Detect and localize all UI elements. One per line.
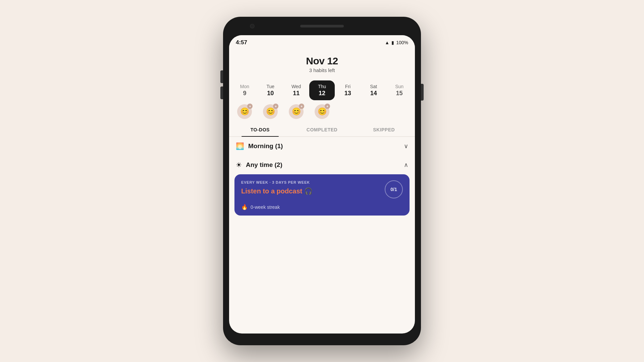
phone-shell: 4:57 ▲ ▮ 100% Nov 12 3 habits left Mon9T… bbox=[223, 17, 421, 345]
left-buttons bbox=[220, 70, 223, 99]
habit-card-left: EVERY WEEK · 3 DAYS PER WEEK Listen to a… bbox=[241, 180, 313, 195]
day-cell-sat[interactable]: Sat14 bbox=[361, 80, 386, 100]
tab-completed[interactable]: COMPLETED bbox=[291, 123, 353, 136]
day-name: Fri bbox=[345, 84, 351, 89]
volume-down-button[interactable] bbox=[220, 86, 223, 99]
battery-icon: ▮ bbox=[391, 40, 394, 45]
day-cell-tue[interactable]: Tue10 bbox=[258, 80, 283, 100]
habit-card-top: EVERY WEEK · 3 DAYS PER WEEK Listen to a… bbox=[241, 180, 403, 198]
wifi-icon: ▲ bbox=[385, 40, 389, 45]
day-name: Wed bbox=[291, 84, 301, 89]
app-date: Nov 12 bbox=[229, 55, 415, 67]
emoji-plus-icon: + bbox=[325, 104, 330, 109]
emoji-plus-icon: + bbox=[273, 104, 278, 109]
day-num: 13 bbox=[344, 90, 351, 97]
day-num: 14 bbox=[370, 90, 377, 97]
emoji-row: 😊+😊+😊+😊+ bbox=[229, 103, 415, 122]
morning-chevron: ∨ bbox=[404, 142, 408, 150]
day-cell-sun[interactable]: Sun15 bbox=[386, 80, 412, 100]
habit-progress-ring: 0/1 bbox=[385, 180, 403, 198]
day-num: 15 bbox=[396, 90, 403, 97]
week-strip: Mon9Tue10Wed11Thu12Fri13Sat14Sun15 bbox=[229, 76, 415, 103]
phone-screen: 4:57 ▲ ▮ 100% Nov 12 3 habits left Mon9T… bbox=[229, 35, 415, 334]
front-camera-icon bbox=[250, 24, 255, 28]
emoji-bubble[interactable]: 😊+ bbox=[289, 104, 304, 119]
morning-section-left: 🌅 Morning (1) bbox=[236, 142, 283, 150]
habit-streak-text: 0-week streak bbox=[251, 204, 280, 210]
emoji-bubble[interactable]: 😊+ bbox=[315, 104, 329, 119]
day-cell-mon[interactable]: Mon9 bbox=[232, 80, 258, 100]
emoji-cell bbox=[386, 104, 412, 119]
day-name: Sat bbox=[370, 84, 377, 89]
volume-up-button[interactable] bbox=[220, 70, 223, 83]
day-num: 12 bbox=[319, 90, 325, 97]
anytime-icon: ☀ bbox=[236, 161, 242, 169]
day-name: Thu bbox=[318, 84, 326, 89]
emoji-cell: 😊+ bbox=[283, 104, 309, 119]
status-time: 4:57 bbox=[236, 39, 247, 46]
day-num: 10 bbox=[267, 90, 274, 97]
emoji-plus-icon: + bbox=[299, 104, 304, 109]
emoji-cell bbox=[361, 104, 386, 119]
tab-todos[interactable]: TO-DOS bbox=[229, 123, 291, 136]
status-bar: 4:57 ▲ ▮ 100% bbox=[229, 35, 415, 50]
side-buttons bbox=[421, 84, 424, 101]
habit-name: Listen to a podcast 🎧 bbox=[241, 187, 313, 195]
battery-text: 100% bbox=[396, 40, 408, 45]
emoji-bubble[interactable]: 😊+ bbox=[237, 104, 252, 119]
emoji-cell bbox=[335, 104, 361, 119]
day-name: Sun bbox=[395, 84, 404, 89]
day-name: Mon bbox=[240, 84, 249, 89]
tabs: TO-DOS COMPLETED SKIPPED bbox=[229, 123, 415, 137]
day-cell-thu[interactable]: Thu12 bbox=[309, 80, 335, 100]
emoji-cell: 😊+ bbox=[258, 104, 283, 119]
emoji-bubble[interactable]: 😊+ bbox=[263, 104, 278, 119]
emoji-cell: 😊+ bbox=[232, 104, 258, 119]
power-button[interactable] bbox=[421, 84, 424, 101]
app-subtitle: 3 habits left bbox=[229, 67, 415, 73]
day-num: 9 bbox=[243, 90, 246, 97]
streak-fire-icon: 🔥 bbox=[241, 204, 248, 210]
day-cell-wed[interactable]: Wed11 bbox=[283, 80, 309, 100]
app-header: Nov 12 3 habits left bbox=[229, 50, 415, 76]
speaker-grille bbox=[300, 25, 344, 27]
anytime-section-left: ☀ Any time (2) bbox=[236, 161, 282, 169]
habit-card[interactable]: EVERY WEEK · 3 DAYS PER WEEK Listen to a… bbox=[234, 174, 410, 216]
morning-section-header[interactable]: 🌅 Morning (1) ∨ bbox=[229, 137, 415, 156]
habit-frequency: EVERY WEEK · 3 DAYS PER WEEK bbox=[241, 180, 313, 184]
phone-top-bar bbox=[223, 17, 421, 35]
morning-title: Morning (1) bbox=[248, 142, 283, 150]
day-name: Tue bbox=[266, 84, 274, 89]
anytime-chevron: ∧ bbox=[404, 161, 408, 169]
status-icons: ▲ ▮ 100% bbox=[385, 40, 408, 45]
morning-icon: 🌅 bbox=[236, 142, 244, 150]
day-num: 11 bbox=[293, 90, 300, 97]
anytime-title: Any time (2) bbox=[246, 161, 282, 169]
anytime-section-header[interactable]: ☀ Any time (2) ∧ bbox=[229, 156, 415, 174]
day-cell-fri[interactable]: Fri13 bbox=[335, 80, 361, 100]
emoji-cell: 😊+ bbox=[309, 104, 335, 119]
emoji-plus-icon: + bbox=[247, 104, 253, 109]
app-content: Nov 12 3 habits left Mon9Tue10Wed11Thu12… bbox=[229, 50, 415, 334]
tab-skipped[interactable]: SKIPPED bbox=[353, 123, 415, 136]
habit-card-bottom: 🔥 0-week streak bbox=[241, 204, 403, 210]
